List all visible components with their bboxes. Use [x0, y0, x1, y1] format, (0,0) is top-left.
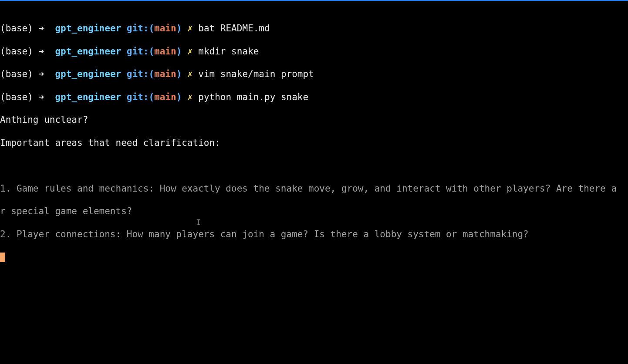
git-branch: main [154, 46, 176, 57]
terminal-area[interactable]: (base) ➜ gpt_engineer git:(main) ✗ bat R… [0, 1, 628, 274]
output-line: 2. Player connections: How many players … [0, 229, 628, 240]
git-dirty-icon: ✗ [187, 46, 193, 57]
prompt-dir: gpt_engineer [55, 46, 121, 57]
git-branch: main [154, 69, 176, 79]
git-close: ) [176, 69, 182, 79]
prompt-arrow-icon: ➜ [39, 23, 44, 34]
prompt-dir: gpt_engineer [55, 23, 121, 34]
prompt-dir: gpt_engineer [55, 92, 121, 102]
conda-env: (base) [0, 46, 33, 57]
prompt-line: (base) ➜ gpt_engineer git:(main) ✗ bat R… [0, 23, 628, 34]
command-text: vim snake/main_prompt [198, 69, 314, 79]
command-text: python main.py snake [198, 92, 308, 102]
prompt-line: (base) ➜ gpt_engineer git:(main) ✗ vim s… [0, 68, 628, 80]
output-blank [0, 160, 628, 171]
git-dirty-icon: ✗ [187, 92, 193, 102]
git-close: ) [176, 23, 182, 34]
prompt-arrow-icon: ➜ [39, 92, 44, 102]
git-dirty-icon: ✗ [187, 69, 193, 79]
output-line: Anthing unclear? [0, 114, 628, 125]
output-line: 1. Game rules and mechanics: How exactly… [0, 183, 628, 194]
conda-env: (base) [0, 92, 33, 102]
git-label: git:( [127, 23, 154, 34]
prompt-arrow-icon: ➜ [39, 69, 44, 79]
command-text: mkdir snake [198, 46, 259, 57]
conda-env: (base) [0, 69, 33, 79]
git-branch: main [154, 23, 176, 34]
git-close: ) [176, 92, 182, 102]
output-line: r special game elements? [0, 206, 628, 217]
prompt-line: (base) ➜ gpt_engineer git:(main) ✗ mkdir… [0, 46, 628, 57]
git-dirty-icon: ✗ [187, 23, 193, 34]
input-cursor-line[interactable] [0, 251, 628, 263]
git-label: git:( [127, 69, 154, 79]
prompt-line: (base) ➜ gpt_engineer git:(main) ✗ pytho… [0, 91, 628, 103]
command-text: bat README.md [198, 23, 270, 34]
git-label: git:( [127, 92, 154, 102]
git-close: ) [176, 46, 182, 57]
git-label: git:( [127, 46, 154, 57]
prompt-dir: gpt_engineer [55, 69, 121, 79]
prompt-arrow-icon: ➜ [39, 46, 44, 57]
conda-env: (base) [0, 23, 33, 34]
output-line: Important areas that need clarification: [0, 137, 628, 148]
block-cursor-icon [0, 253, 5, 262]
git-branch: main [154, 92, 176, 102]
